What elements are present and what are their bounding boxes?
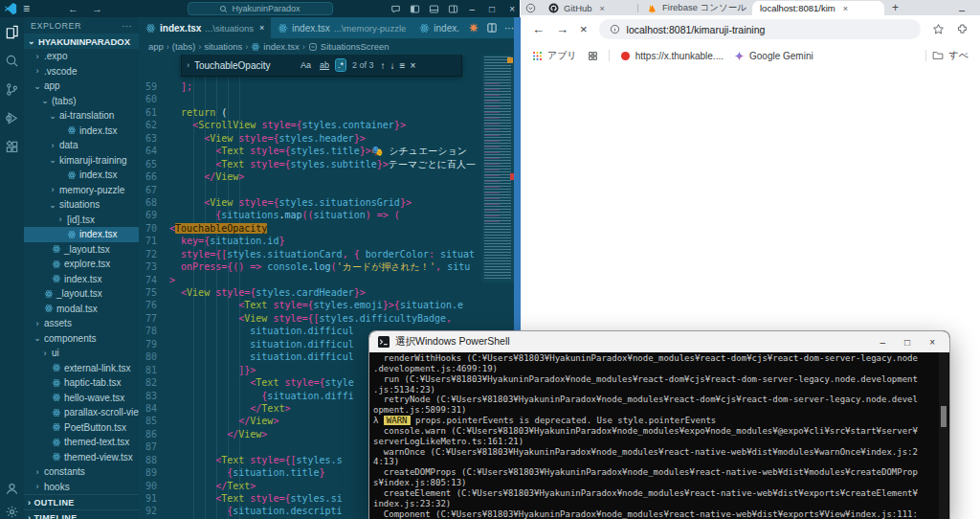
powershell-titlebar[interactable]: 選択Windows PowerShell – □ ×	[369, 331, 949, 352]
browser-tab-2[interactable]: Firebase コンソール×	[639, 1, 752, 15]
scrollbar-thumb[interactable]	[941, 406, 947, 427]
tree-item-index-tsx[interactable]: index.tsx	[24, 227, 139, 242]
settings-icon[interactable]	[5, 505, 19, 519]
tree-item-data[interactable]: ›data	[24, 138, 139, 153]
browser-tab-1[interactable]: GitHub×	[541, 1, 636, 15]
breadcrumb-item[interactable]: (tabs)	[172, 41, 195, 52]
tree-item-hello-wave-tsx[interactable]: hello-wave.tsx	[24, 391, 139, 406]
all-bookmarks-label[interactable]: すべ	[949, 49, 969, 62]
editor-tab-1[interactable]: index.tsx...\situations×	[139, 17, 271, 38]
whole-word-button[interactable]: ab	[318, 59, 331, 71]
site-info-icon[interactable]	[610, 24, 620, 34]
tree-item-modal-tsx[interactable]: modal.tsx	[24, 302, 139, 317]
vscode-minimize-button[interactable]: –	[467, 4, 479, 14]
bookmark-3[interactable]: https://x.thunkable....	[620, 51, 724, 61]
next-match-icon[interactable]: ↓	[390, 60, 395, 71]
extensions-icon[interactable]	[956, 23, 969, 35]
menu-icon[interactable]: ≡	[23, 2, 30, 15]
minimap[interactable]	[482, 55, 514, 282]
tree-item-index-tsx[interactable]: index.tsx	[24, 272, 139, 287]
tree-item-assets[interactable]: ›assets	[24, 316, 139, 331]
terminal-minimize-button[interactable]: –	[880, 337, 886, 348]
find-close-icon[interactable]: ×	[410, 60, 415, 71]
breadcrumb[interactable]: app›(tabs)›situations›index.tsx›Situatio…	[139, 38, 520, 55]
breadcrumb-item[interactable]: SituationsScreen	[321, 41, 390, 52]
project-root[interactable]: ⌄ HYAKUNINPARADOX	[24, 34, 139, 49]
prev-match-icon[interactable]: ↑	[381, 60, 386, 71]
section-outline[interactable]: ›OUTLINE	[24, 494, 139, 509]
vscode-close-button[interactable]: ×	[506, 4, 518, 14]
explorer-icon[interactable]	[5, 25, 19, 39]
bookmark-4[interactable]: Google Gemini	[734, 51, 813, 61]
tree-item-components[interactable]: ⌄components	[24, 331, 139, 347]
more-actions-icon[interactable]: ···	[504, 23, 514, 34]
bookmark-1[interactable]: アプリ	[532, 49, 577, 62]
terminal-scrollbar[interactable]	[939, 352, 948, 519]
tab-close-icon[interactable]: ×	[259, 23, 264, 33]
toggle-sidebar-icon[interactable]	[410, 4, 420, 14]
tree-item-kimaruji-training[interactable]: ⌄kimaruji-training	[24, 153, 139, 169]
folder-icon[interactable]	[932, 50, 944, 61]
editor-tab-2[interactable]: index.tsx...\memory-puzzle	[271, 17, 412, 38]
tree-item--tabs-[interactable]: ⌄(tabs)	[24, 94, 139, 109]
tree-item-app[interactable]: ⌄app	[24, 79, 139, 94]
copilot-chat-icon[interactable]	[390, 4, 401, 14]
bookmark-star-icon[interactable]	[932, 23, 945, 35]
back-icon[interactable]: ←	[68, 3, 78, 14]
browser-minimize-button[interactable]: –	[959, 4, 965, 15]
tree-item--vscode[interactable]: ›.vscode	[24, 64, 139, 79]
terminal-output[interactable]: renderWithHooks (C:¥Users¥81803¥Hyakunin…	[370, 352, 939, 519]
tree-item-situations[interactable]: ⌄situations	[24, 197, 139, 213]
browser-forward-icon[interactable]: →	[556, 22, 568, 36]
tree-item-themed-view-tsx[interactable]: themed-view.tsx	[24, 450, 139, 465]
breadcrumb-item[interactable]: situations	[204, 41, 242, 52]
match-case-button[interactable]: Aa	[299, 59, 313, 71]
tree-item-ai-translation[interactable]: ⌄ai-translation	[24, 108, 139, 124]
tree-item-themed-text-tsx[interactable]: themed-text.tsx	[24, 435, 139, 450]
tab-close-icon[interactable]: ×	[600, 4, 605, 13]
toggle-secondary-sidebar-icon[interactable]	[448, 4, 458, 14]
tree-item-constants[interactable]: ›constants	[24, 464, 139, 480]
tree-item-parallax-scroll-view-tsx[interactable]: parallax-scroll-view.tsx	[24, 405, 139, 420]
tree-item--layout-tsx[interactable]: _layout.tsx	[24, 242, 139, 258]
address-bar[interactable]: localhost:8081/kimaruji-training	[599, 19, 921, 39]
browser-tab-3[interactable]: localhost:8081/kim×	[752, 1, 884, 15]
source-control-icon[interactable]	[5, 82, 19, 97]
terminal-maximize-button[interactable]: □	[904, 337, 910, 348]
explorer-more-icon[interactable]: ···	[122, 21, 133, 31]
bookmark-2[interactable]	[588, 51, 598, 61]
terminal-close-button[interactable]: ×	[929, 337, 935, 348]
tree-item-explore-tsx[interactable]: explore.tsx	[24, 257, 139, 272]
tree-item-index-tsx[interactable]: index.tsx	[24, 124, 139, 139]
new-tab-button[interactable]: +	[892, 1, 899, 14]
tab-search-icon[interactable]	[525, 3, 536, 13]
find-expand-icon[interactable]: ›	[187, 60, 189, 70]
debug-icon[interactable]	[5, 111, 19, 125]
find-widget[interactable]: › TouchableOpacity Aa ab .* 2 of 3 ↑ ↓ ≡…	[181, 55, 462, 77]
extensions-icon[interactable]	[5, 140, 19, 154]
tree-item-haptic-tab-tsx[interactable]: haptic-tab.tsx	[24, 375, 139, 391]
breadcrumb-item[interactable]: index.tsx	[263, 41, 300, 52]
regex-button[interactable]: .*	[336, 59, 345, 71]
editor-tab-3[interactable]: index.	[412, 17, 466, 38]
account-icon[interactable]	[5, 482, 19, 496]
forward-icon[interactable]: →	[92, 3, 102, 14]
tree-item-index-tsx[interactable]: index.tsx	[24, 168, 139, 183]
find-in-selection-icon[interactable]: ≡	[400, 60, 406, 71]
tree-item-external-link-tsx[interactable]: external-link.tsx	[24, 361, 139, 376]
search-icon[interactable]	[5, 54, 19, 68]
section-timeline[interactable]: ›TIMELINE	[24, 509, 139, 519]
stop-loading-icon[interactable]: ×	[580, 22, 588, 36]
tree-item-poetbutton-tsx[interactable]: PoetButton.tsx	[24, 420, 139, 436]
tree-item--expo[interactable]: ›.expo	[24, 49, 139, 64]
tree-item-memory-puzzle[interactable]: ›memory-puzzle	[24, 183, 139, 198]
command-center-search[interactable]: HyakuninParadox	[188, 2, 333, 15]
tab-close-icon[interactable]: ×	[843, 4, 848, 13]
tree-item-hooks[interactable]: ›hooks	[24, 480, 139, 495]
vscode-maximize-button[interactable]: □	[486, 4, 498, 14]
tree-item--layout-tsx[interactable]: _layout.tsx	[24, 286, 139, 302]
toggle-panel-icon[interactable]	[429, 4, 439, 14]
tree-item--id-tsx[interactable]: ›[id].tsx	[24, 213, 139, 228]
find-input[interactable]: TouchableOpacity	[194, 60, 294, 71]
tree-item-ui[interactable]: ›ui	[24, 346, 139, 361]
